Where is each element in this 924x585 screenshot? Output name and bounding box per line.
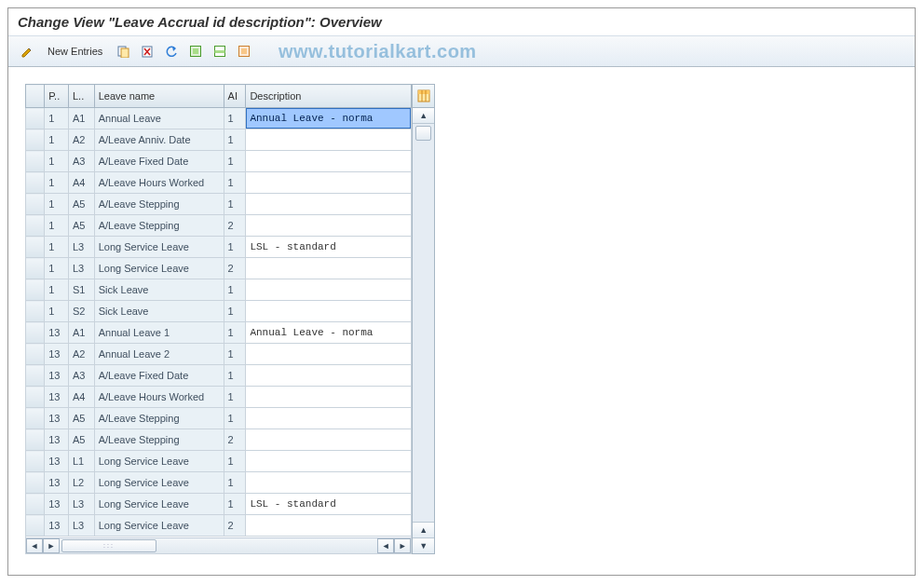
scroll-up-icon[interactable]: ▲ bbox=[413, 108, 434, 124]
table-row: 1S1Sick Leave1 bbox=[26, 279, 412, 301]
cell-ai: 2 bbox=[224, 258, 246, 279]
cell-leave-name: Long Service Leave bbox=[94, 494, 224, 515]
cell-description[interactable] bbox=[246, 365, 412, 387]
row-selector[interactable] bbox=[26, 301, 45, 322]
cell-p: 13 bbox=[45, 365, 69, 387]
row-selector[interactable] bbox=[26, 194, 45, 215]
scroll-right-icon[interactable]: ► bbox=[43, 538, 60, 553]
row-selector[interactable] bbox=[26, 172, 45, 194]
scroll-right2-icon[interactable]: ► bbox=[394, 538, 411, 553]
cell-leave-name: Long Service Leave bbox=[94, 237, 224, 258]
new-entries-button[interactable]: New Entries bbox=[40, 42, 110, 61]
cell-ai: 1 bbox=[224, 387, 246, 408]
cell-description[interactable] bbox=[246, 408, 412, 429]
svg-rect-1 bbox=[121, 48, 129, 58]
copy-as-icon[interactable] bbox=[112, 41, 134, 61]
cell-description[interactable]: Annual Leave - norma bbox=[246, 108, 412, 129]
cell-ai: 1 bbox=[224, 172, 246, 194]
cell-description[interactable] bbox=[246, 194, 412, 215]
cell-description[interactable] bbox=[246, 429, 412, 451]
row-selector[interactable] bbox=[26, 515, 45, 537]
horizontal-scrollbar[interactable]: ◄ ► ::: ◄ ► bbox=[26, 537, 411, 553]
cell-ai: 2 bbox=[224, 215, 246, 237]
cell-ai: 1 bbox=[224, 451, 246, 472]
row-selector[interactable] bbox=[26, 215, 45, 237]
cell-l: A4 bbox=[69, 387, 95, 408]
row-selector[interactable] bbox=[26, 387, 45, 408]
cell-leave-name: A/Leave Stepping bbox=[94, 429, 224, 451]
cell-ai: 1 bbox=[224, 279, 246, 301]
cell-ai: 1 bbox=[224, 472, 246, 494]
col-l[interactable]: L.. bbox=[69, 85, 95, 108]
cell-leave-name: Sick Leave bbox=[94, 301, 224, 322]
scroll-up2-icon[interactable]: ▲ bbox=[413, 522, 434, 537]
cell-p: 1 bbox=[45, 215, 69, 237]
cell-description[interactable] bbox=[246, 172, 412, 194]
cell-description[interactable] bbox=[246, 215, 412, 237]
row-selector[interactable] bbox=[26, 472, 45, 494]
cell-leave-name: A/Leave Hours Worked bbox=[94, 172, 224, 194]
table-row: 1L3Long Service Leave2 bbox=[26, 258, 412, 279]
vertical-scrollbar[interactable]: ▲ ▲ ▼ bbox=[412, 108, 435, 554]
row-selector[interactable] bbox=[26, 322, 45, 344]
deselect-all-icon[interactable] bbox=[233, 41, 255, 61]
cell-p: 1 bbox=[45, 279, 69, 301]
delete-icon[interactable] bbox=[136, 41, 158, 61]
cell-description[interactable]: Annual Leave - norma bbox=[246, 322, 412, 344]
select-all-icon[interactable] bbox=[184, 41, 207, 61]
row-selector[interactable] bbox=[26, 365, 45, 387]
toggle-change-icon[interactable] bbox=[16, 41, 38, 61]
row-selector[interactable] bbox=[26, 494, 45, 515]
cell-leave-name: Long Service Leave bbox=[94, 258, 224, 279]
col-description[interactable]: Description bbox=[246, 85, 412, 108]
cell-p: 1 bbox=[45, 108, 69, 129]
select-block-icon[interactable] bbox=[209, 41, 231, 61]
cell-p: 13 bbox=[45, 322, 69, 344]
col-p[interactable]: P.. bbox=[45, 85, 69, 108]
row-selector[interactable] bbox=[26, 237, 45, 258]
cell-leave-name: A/Leave Anniv. Date bbox=[94, 129, 224, 151]
table-row: 13A5A/Leave Stepping1 bbox=[26, 408, 412, 429]
row-selector[interactable] bbox=[26, 151, 45, 172]
svg-rect-6 bbox=[215, 50, 225, 53]
cell-description[interactable] bbox=[246, 258, 412, 279]
cell-description[interactable] bbox=[246, 515, 412, 537]
table-settings-icon[interactable] bbox=[412, 84, 435, 108]
cell-p: 1 bbox=[45, 129, 69, 151]
scroll-thumb[interactable]: ::: bbox=[61, 539, 156, 552]
cell-ai: 1 bbox=[224, 194, 246, 215]
cell-description[interactable]: LSL - standard bbox=[246, 494, 412, 515]
cell-description[interactable] bbox=[246, 301, 412, 322]
cell-description[interactable] bbox=[246, 451, 412, 472]
row-selector-header[interactable] bbox=[26, 85, 45, 108]
cell-description[interactable] bbox=[246, 344, 412, 365]
scroll-down-icon[interactable]: ▼ bbox=[413, 537, 434, 553]
row-selector[interactable] bbox=[26, 451, 45, 472]
cell-p: 13 bbox=[45, 494, 69, 515]
svg-rect-4 bbox=[193, 48, 198, 54]
cell-description[interactable] bbox=[246, 387, 412, 408]
col-leave-name[interactable]: Leave name bbox=[94, 85, 224, 108]
cell-p: 13 bbox=[45, 344, 69, 365]
cell-ai: 2 bbox=[224, 515, 246, 537]
cell-description[interactable] bbox=[246, 129, 412, 151]
row-selector[interactable] bbox=[26, 129, 45, 151]
table-row: 13A4A/Leave Hours Worked1 bbox=[26, 387, 412, 408]
vscroll-thumb[interactable] bbox=[415, 126, 431, 141]
cell-description[interactable] bbox=[246, 279, 412, 301]
cell-l: L3 bbox=[69, 494, 95, 515]
row-selector[interactable] bbox=[26, 344, 45, 365]
undo-icon[interactable] bbox=[160, 41, 183, 61]
cell-description[interactable] bbox=[246, 151, 412, 172]
row-selector[interactable] bbox=[26, 258, 45, 279]
col-ai[interactable]: AI bbox=[224, 85, 246, 108]
row-selector[interactable] bbox=[26, 108, 45, 129]
scroll-left-icon[interactable]: ◄ bbox=[26, 538, 43, 553]
cell-description[interactable] bbox=[246, 472, 412, 494]
cell-description[interactable]: LSL - standard bbox=[246, 237, 412, 258]
row-selector[interactable] bbox=[26, 279, 45, 301]
scroll-left2-icon[interactable]: ◄ bbox=[377, 538, 394, 553]
cell-l: A5 bbox=[69, 429, 95, 451]
row-selector[interactable] bbox=[26, 429, 45, 451]
row-selector[interactable] bbox=[26, 408, 45, 429]
